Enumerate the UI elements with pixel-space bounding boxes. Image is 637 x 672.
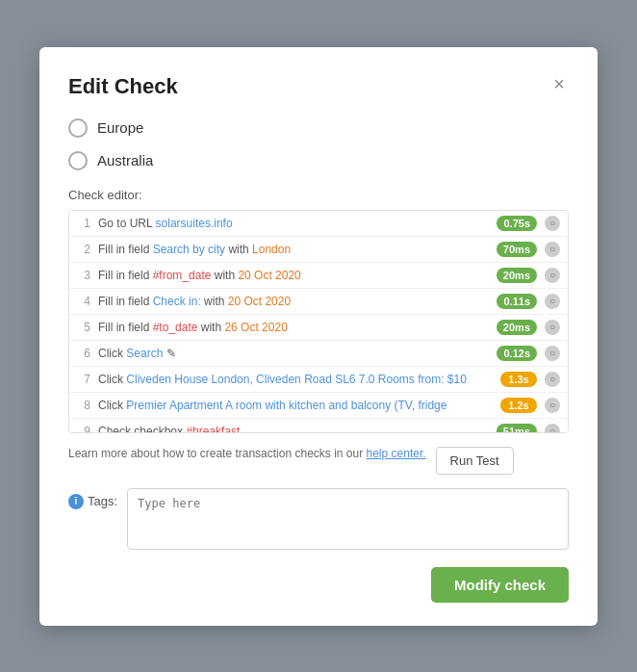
row-text: Fill in field Check in: with 20 Oct 2020: [98, 295, 489, 308]
row-text: Click Search ✎: [98, 347, 489, 360]
row-remove-button[interactable]: ○: [545, 294, 560, 309]
row-badge: 20ms: [497, 320, 537, 335]
modal-title: Edit Check: [68, 74, 178, 99]
row-text: Check checkbox #breakfast: [98, 425, 489, 432]
row-remove-button[interactable]: ○: [545, 372, 560, 387]
modify-check-button[interactable]: Modify check: [431, 567, 569, 603]
row-badge: 51ms: [497, 424, 537, 432]
row-remove-button[interactable]: ○: [545, 398, 560, 413]
table-row: 6Click Search ✎0.12s○: [69, 341, 568, 367]
table-row: 4Fill in field Check in: with 20 Oct 202…: [69, 289, 568, 315]
table-row: 3Fill in field #from_date with 20 Oct 20…: [69, 263, 568, 289]
modal-header: Edit Check ×: [68, 74, 569, 99]
row-number: 1: [77, 217, 90, 230]
check-rows-scroll[interactable]: 1Go to URL solarsuites.info0.75s○2Fill i…: [69, 211, 568, 432]
radio-europe[interactable]: Europe: [68, 118, 569, 138]
table-row: 9Check checkbox #breakfast51ms○: [69, 419, 568, 432]
row-remove-button[interactable]: ○: [545, 268, 560, 283]
row-badge: 1.2s: [500, 398, 537, 413]
close-button[interactable]: ×: [549, 74, 569, 93]
row-text: Go to URL solarsuites.info: [98, 217, 489, 230]
radio-circle-europe: [68, 118, 88, 138]
row-badge: 0.12s: [497, 346, 537, 361]
row-badge: 20ms: [497, 268, 537, 283]
footer-info-row: Learn more about how to create transacti…: [68, 447, 569, 475]
row-badge: 70ms: [497, 242, 537, 257]
row-number: 8: [77, 399, 90, 412]
row-remove-button[interactable]: ○: [545, 424, 560, 432]
info-icon: i: [68, 494, 84, 509]
tags-section: i Tags:: [68, 488, 569, 550]
check-editor-label: Check editor:: [68, 188, 569, 202]
row-number: 2: [77, 243, 90, 256]
row-remove-button[interactable]: ○: [545, 346, 560, 361]
tags-label: i Tags:: [68, 488, 117, 509]
row-remove-button[interactable]: ○: [545, 216, 560, 231]
run-test-button[interactable]: Run Test: [436, 447, 514, 475]
modal-footer: Modify check: [68, 567, 569, 603]
radio-circle-australia: [68, 151, 88, 170]
table-row: 5Fill in field #to_date with 26 Oct 2020…: [69, 315, 568, 341]
row-remove-button[interactable]: ○: [545, 320, 560, 335]
tags-input[interactable]: [127, 488, 569, 550]
radio-label-europe: Europe: [97, 119, 143, 136]
row-text: Click Cliveden House London, Cliveden Ro…: [98, 373, 493, 386]
table-row: 8Click Premier Apartment A room with kit…: [69, 393, 568, 419]
row-number: 6: [77, 347, 90, 360]
row-number: 3: [77, 269, 90, 282]
row-number: 5: [77, 321, 90, 334]
row-badge: 1.3s: [500, 372, 537, 387]
table-row: 2Fill in field Search by city with Londo…: [69, 237, 568, 263]
row-remove-button[interactable]: ○: [545, 242, 560, 257]
table-row: 1Go to URL solarsuites.info0.75s○: [69, 211, 568, 237]
help-center-link[interactable]: help center.: [367, 447, 426, 460]
edit-check-modal: Edit Check × Europe Australia Check edit…: [39, 47, 598, 626]
region-radio-group: Europe Australia: [68, 118, 569, 170]
row-number: 4: [77, 295, 90, 308]
row-badge: 0.75s: [497, 216, 537, 231]
row-text: Fill in field Search by city with London: [98, 243, 489, 256]
check-table: 1Go to URL solarsuites.info0.75s○2Fill i…: [68, 210, 569, 433]
footer-info-text: Learn more about how to create transacti…: [68, 447, 426, 460]
row-text: Fill in field #from_date with 20 Oct 202…: [98, 269, 489, 282]
row-badge: 0.11s: [497, 294, 537, 309]
table-row: 7Click Cliveden House London, Cliveden R…: [69, 367, 568, 393]
row-number: 9: [77, 425, 90, 432]
row-text: Fill in field #to_date with 26 Oct 2020: [98, 321, 489, 334]
row-text: Click Premier Apartment A room with kitc…: [98, 399, 493, 412]
radio-australia[interactable]: Australia: [68, 151, 569, 170]
radio-label-australia: Australia: [97, 152, 153, 168]
row-number: 7: [77, 373, 90, 386]
